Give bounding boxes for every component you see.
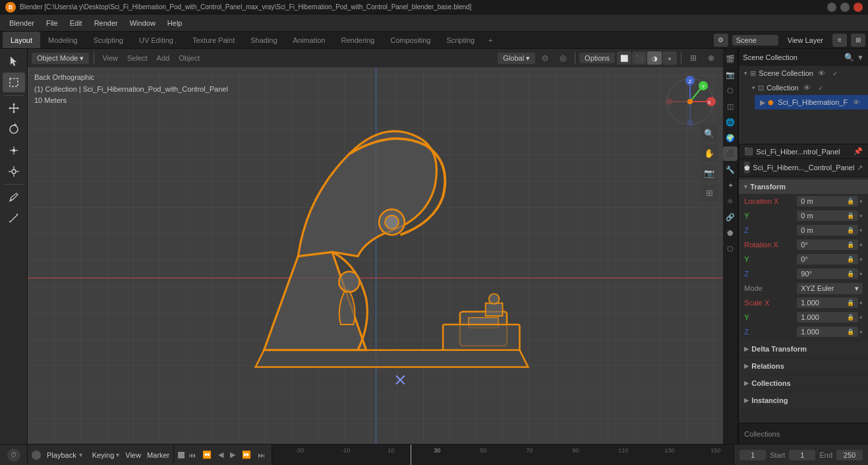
tab-uv-editing[interactable]: UV Editing , — [131, 32, 185, 48]
properties-pin-icon[interactable]: 📌 — [854, 147, 863, 156]
particles-properties-icon[interactable]: ✦ — [723, 178, 738, 193]
rotation-y-value[interactable]: 0° 🔒 — [797, 254, 857, 264]
play-back-button[interactable]: ◀ — [216, 449, 226, 460]
tab-modeling[interactable]: Modeling — [40, 32, 86, 48]
overlay-icon[interactable]: ⊞ — [685, 51, 701, 65]
step-forward-button[interactable]: ⏩ — [239, 449, 254, 460]
tab-shading[interactable]: Shading — [243, 32, 285, 48]
tab-texture-paint[interactable]: Texture Paint — [185, 32, 243, 48]
options-button[interactable]: Options — [579, 53, 615, 63]
material-properties-icon[interactable]: ⬡ — [723, 241, 738, 256]
instancing-header[interactable]: ▶ Instancing — [739, 393, 868, 408]
scale-z-value[interactable]: 1.000 🔒 — [797, 326, 857, 337]
gizmo-icon[interactable]: ⊕ — [703, 51, 719, 65]
wireframe-shading-btn[interactable]: ⬜ — [617, 51, 631, 65]
collection-check[interactable]: ✓ — [816, 83, 825, 92]
outliner-item-collection[interactable]: ▾ ⊡ Collection 👁 ✓ — [747, 80, 868, 95]
scifi-object-eye[interactable]: 👁 — [852, 98, 861, 107]
modifier-properties-icon[interactable]: 🔧 — [723, 162, 738, 177]
menu-edit[interactable]: Edit — [65, 18, 88, 28]
tab-layout[interactable]: Layout — [3, 32, 40, 48]
scene-data-properties-icon[interactable]: 🌐 — [723, 115, 738, 129]
jump-start-button[interactable]: ⏮ — [186, 450, 198, 460]
proportional-edit-icon[interactable]: ◎ — [555, 51, 571, 65]
rotate-tool[interactable] — [3, 119, 25, 139]
location-z-value[interactable]: 0 m 🔒 — [797, 225, 857, 235]
quad-view-btn[interactable]: ⊞ — [701, 184, 718, 201]
menu-render[interactable]: Render — [89, 18, 123, 28]
marker-label[interactable]: Marker — [143, 451, 169, 459]
delta-transform-header[interactable]: ▶ Delta Transform — [739, 342, 868, 356]
scene-collection-eye[interactable]: 👁 — [817, 69, 826, 78]
start-frame-input[interactable] — [789, 450, 815, 460]
playback-label[interactable]: Playback — [47, 451, 76, 459]
object-mode-button[interactable]: Object Mode ▾ — [32, 53, 89, 64]
scene-collection-check[interactable]: ✓ — [830, 69, 840, 78]
close-button[interactable] — [854, 3, 863, 12]
scale-tool[interactable] — [3, 140, 25, 160]
menu-window[interactable]: Window — [125, 18, 161, 28]
render-properties-icon[interactable]: 📷 — [723, 67, 738, 82]
physics-properties-icon[interactable]: ⚛ — [723, 194, 738, 208]
rotation-x-value[interactable]: 0° 🔒 — [797, 239, 857, 250]
constraints-properties-icon[interactable]: 🔗 — [723, 210, 738, 224]
3d-viewport[interactable]: Object Mode ▾ View Select Add Object Glo… — [28, 49, 723, 444]
current-frame-input[interactable] — [739, 450, 766, 460]
relations-header[interactable]: ▶ Relations — [739, 359, 868, 373]
data-select-icon[interactable]: ↗ — [857, 164, 863, 172]
transform-section-header[interactable]: ▾ Transform — [739, 179, 868, 194]
collections-header[interactable]: ▶ Collections — [739, 376, 868, 390]
scene-properties-icon[interactable]: 🎬 — [723, 51, 738, 66]
snap-magnet-icon[interactable]: ⊙ — [537, 51, 553, 65]
workspace-icon-btn[interactable]: ⚙ — [714, 34, 728, 47]
outliner-item-scifi-object[interactable]: ▶ ⬟ Sci_Fi_Hibernation_F 👁 — [755, 95, 868, 109]
object-properties-icon[interactable]: ⬛ — [723, 146, 738, 161]
filter-icon-btn[interactable]: ⊞ — [851, 34, 865, 47]
add-workspace-button[interactable]: + — [482, 32, 498, 48]
play-forward-button[interactable]: ▶ — [227, 449, 238, 460]
tab-rendering[interactable]: Rendering — [333, 32, 382, 48]
menu-help[interactable]: Help — [162, 18, 188, 28]
viewport-gizmo[interactable]: X Y Z — [664, 75, 710, 121]
collection-eye[interactable]: 👁 — [803, 83, 812, 92]
view-layer-properties-icon[interactable]: ◫ — [723, 99, 738, 113]
scale-y-value[interactable]: 1.000 🔒 — [797, 312, 857, 323]
step-back-button[interactable]: ⏪ — [200, 449, 214, 460]
location-x-value[interactable]: 0 m 🔒 — [797, 196, 857, 206]
camera-btn[interactable]: 📷 — [701, 164, 718, 181]
move-tool[interactable] — [3, 98, 25, 118]
material-shading-btn[interactable]: ◑ — [647, 51, 662, 65]
viewlayer-icon-btn[interactable]: ≡ — [832, 34, 847, 47]
cursor-tool[interactable] — [3, 51, 25, 71]
tab-scripting[interactable]: Scripting — [438, 32, 482, 48]
select-menu-button[interactable]: Select — [124, 53, 151, 63]
scene-input[interactable] — [732, 35, 778, 46]
tab-compositing[interactable]: Compositing — [382, 32, 438, 48]
maximize-button[interactable] — [840, 3, 850, 12]
tab-sculpting[interactable]: Sculpting — [86, 32, 131, 48]
view-menu-button[interactable]: View — [99, 53, 121, 63]
transport-record-btn[interactable] — [178, 452, 185, 458]
global-transform-button[interactable]: Global ▾ — [498, 53, 535, 64]
outliner-search-button[interactable]: 🔍 — [844, 53, 854, 62]
mode-dropdown[interactable]: XYZ Euler ▾ — [797, 283, 863, 294]
object-menu-button[interactable]: Object — [175, 53, 203, 63]
rendered-shading-btn[interactable]: ● — [662, 51, 677, 65]
outliner-item-scene-collection[interactable]: ▾ ⊞ Scene Collection 👁 ✓ — [739, 66, 868, 80]
solid-shading-btn[interactable]: ⬛ — [632, 51, 647, 65]
data-properties-icon[interactable]: ⬟ — [723, 226, 738, 240]
keying-dropdown[interactable]: ▾ — [116, 451, 119, 458]
annotate-tool[interactable] — [3, 187, 25, 207]
tab-animation[interactable]: Animation — [285, 32, 333, 48]
measure-tool[interactable] — [3, 208, 25, 228]
world-properties-icon[interactable]: 🌍 — [723, 131, 738, 145]
scale-x-value[interactable]: 1.000 🔒 — [797, 297, 857, 308]
location-y-value[interactable]: 0 m 🔒 — [797, 210, 857, 221]
outliner-filter-button[interactable]: ▼ — [857, 53, 864, 61]
menu-blender[interactable]: Blender — [4, 18, 40, 28]
keying-label[interactable]: Keying — [88, 451, 115, 459]
transform-tool[interactable] — [3, 162, 25, 181]
view-label[interactable]: View — [121, 451, 141, 459]
rotation-z-value[interactable]: 90° 🔒 — [797, 268, 857, 279]
minimize-button[interactable] — [827, 3, 836, 12]
